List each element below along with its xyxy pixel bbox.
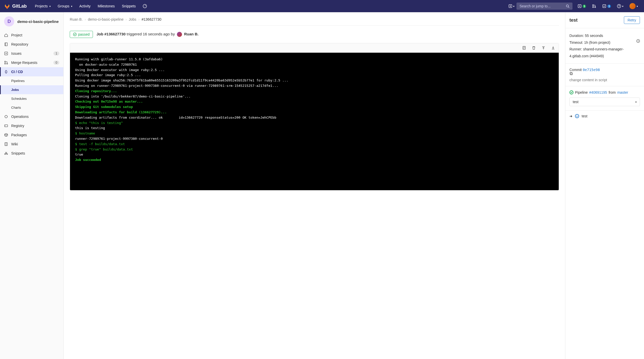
svg-rect-26	[570, 72, 572, 74]
breadcrumb-current: #136627730	[142, 17, 161, 21]
svg-rect-25	[570, 73, 572, 75]
sidebar-item-jobs[interactable]: Jobs	[0, 85, 63, 94]
merge-request-icon	[592, 4, 596, 8]
nav-snippets[interactable]: Snippets	[119, 2, 139, 10]
log-container: Running with gitlab-runner 11.5.0 (3afda…	[70, 43, 559, 190]
nav-milestones[interactable]: Milestones	[95, 2, 118, 10]
sidebar-item-operations[interactable]: Operations	[0, 112, 63, 121]
svg-rect-11	[5, 43, 7, 46]
erase-log-button[interactable]	[531, 45, 537, 51]
svg-point-16	[7, 63, 8, 64]
job-status-badge: passed	[70, 31, 93, 38]
job-log[interactable]: Running with gitlab-runner 11.5.0 (3afda…	[70, 53, 559, 190]
issues-icon	[578, 4, 582, 8]
svg-text:?: ?	[618, 5, 620, 8]
copy-commit-icon[interactable]	[569, 72, 640, 75]
sidebar-item-charts[interactable]: Charts	[0, 103, 63, 112]
chevron-down-icon: ▾	[622, 5, 623, 8]
issues-badge: 1	[583, 5, 586, 8]
sidebar-item-packages[interactable]: Packages	[0, 130, 63, 140]
breadcrumb-separator: ›	[138, 17, 140, 21]
chevron-down-icon: ▾	[513, 5, 514, 8]
project-avatar: D	[4, 16, 14, 26]
job-header: passed Job #136627730 triggered 16 secon…	[70, 31, 559, 38]
todos-icon	[602, 4, 606, 8]
sidebar-nav: ProjectRepositoryIssues1Merge Requests0C…	[0, 31, 63, 158]
nav-mr-icon[interactable]	[590, 3, 598, 10]
job-name-title: test	[569, 18, 578, 23]
nav-help[interactable]: ? ▾	[615, 3, 625, 10]
sidebar-item-repository[interactable]: Repository	[0, 40, 63, 49]
svg-point-6	[593, 7, 594, 8]
job-list-item[interactable]: ➜ test	[565, 111, 644, 122]
count-badge: 0	[53, 61, 59, 65]
project-header[interactable]: D demo-ci-basic-pipeline	[0, 12, 63, 31]
breadcrumb-item[interactable]: Jobs	[129, 17, 136, 21]
sidebar-item-merge-requests[interactable]: Merge Requests0	[0, 58, 63, 67]
svg-point-2	[566, 5, 569, 7]
svg-point-7	[595, 7, 596, 8]
raw-log-button[interactable]	[521, 45, 527, 51]
author-avatar	[177, 32, 182, 37]
brand-text: GitLab	[12, 4, 27, 9]
running-status-icon	[575, 114, 579, 118]
check-circle-icon	[73, 33, 77, 36]
gitlab-icon	[4, 3, 10, 9]
sidebar-item-pipelines[interactable]: Pipelines	[0, 76, 63, 85]
job-sidebar-header: test Retry	[565, 12, 644, 28]
job-title: Job #136627730 triggered 16 seconds ago …	[96, 32, 199, 37]
nav-projects[interactable]: Projects▾	[32, 2, 54, 10]
pipeline-link[interactable]: #40691195	[589, 90, 607, 94]
new-dropdown[interactable]: ▾	[507, 3, 516, 9]
nav-groups[interactable]: Groups▾	[55, 2, 75, 10]
sidebar-item-schedules[interactable]: Schedules	[0, 94, 63, 103]
nav-right-icons: 1 1 ? ▾ ▾	[576, 2, 640, 11]
sidebar-item-ci-cd[interactable]: CI / CD	[0, 67, 63, 76]
chevron-down-icon: ▾	[71, 5, 72, 8]
nav-activity[interactable]: Activity	[76, 2, 94, 10]
svg-point-14	[5, 61, 6, 62]
sidebar-item-issues[interactable]: Issues1	[0, 49, 63, 58]
user-avatar	[629, 3, 636, 9]
breadcrumbs: Ruan B. › demo-ci-basic-pipeline › Jobs …	[70, 17, 559, 26]
todos-badge: 1	[607, 5, 611, 8]
chevron-down-icon: ▾	[635, 101, 637, 103]
wiki-icon	[4, 142, 8, 146]
main-content: Ruan B. › demo-ci-basic-pipeline › Jobs …	[64, 12, 565, 359]
main-nav: Projects▾ Groups▾ Activity Milestones Sn…	[32, 2, 150, 10]
global-search[interactable]	[516, 3, 572, 10]
search-icon	[566, 4, 569, 8]
issues-icon	[4, 51, 8, 56]
user-menu[interactable]: ▾	[627, 2, 640, 11]
breadcrumb-separator: ›	[125, 17, 127, 21]
breadcrumb-item[interactable]: Ruan B.	[70, 17, 83, 21]
scroll-top-button[interactable]	[540, 45, 547, 51]
scroll-bottom-button[interactable]	[550, 45, 556, 51]
retry-button[interactable]: Retry	[624, 16, 640, 24]
count-badge: 1	[53, 51, 59, 56]
gitlab-logo[interactable]: GitLab	[4, 3, 27, 9]
nav-performance[interactable]	[140, 2, 150, 10]
search-input[interactable]	[520, 4, 566, 8]
svg-point-15	[5, 63, 6, 64]
packages-icon	[4, 133, 8, 137]
mr-icon	[4, 61, 8, 65]
svg-text:?: ?	[637, 40, 639, 42]
job-meta: Duration: 55 seconds Timeout: 1h (from p…	[565, 28, 644, 64]
timeout-help-icon[interactable]: ?	[636, 39, 640, 43]
commit-link[interactable]: 0e715e98	[583, 68, 600, 72]
branch-link[interactable]: master	[617, 90, 628, 94]
project-name: demo-ci-basic-pipeline	[17, 19, 59, 24]
sidebar-item-wiki[interactable]: Wiki	[0, 140, 63, 149]
nav-issues-icon[interactable]: 1	[576, 3, 588, 10]
chevron-down-icon: ▾	[49, 5, 51, 8]
breadcrumb-item[interactable]: demo-ci-basic-pipeline	[88, 17, 123, 21]
sidebar-item-registry[interactable]: Registry	[0, 121, 63, 130]
job-sidebar: test Retry Duration: 55 seconds Timeout:…	[565, 12, 644, 359]
pipeline-section: Pipeline #40691195 from master test ▾	[565, 86, 644, 111]
sidebar-item-snippets[interactable]: Snippets	[0, 149, 63, 158]
sidebar-item-project[interactable]: Project	[0, 31, 63, 40]
stage-dropdown[interactable]: test ▾	[569, 98, 640, 106]
nav-todos-icon[interactable]: 1	[600, 3, 613, 10]
svg-point-19	[5, 126, 6, 126]
